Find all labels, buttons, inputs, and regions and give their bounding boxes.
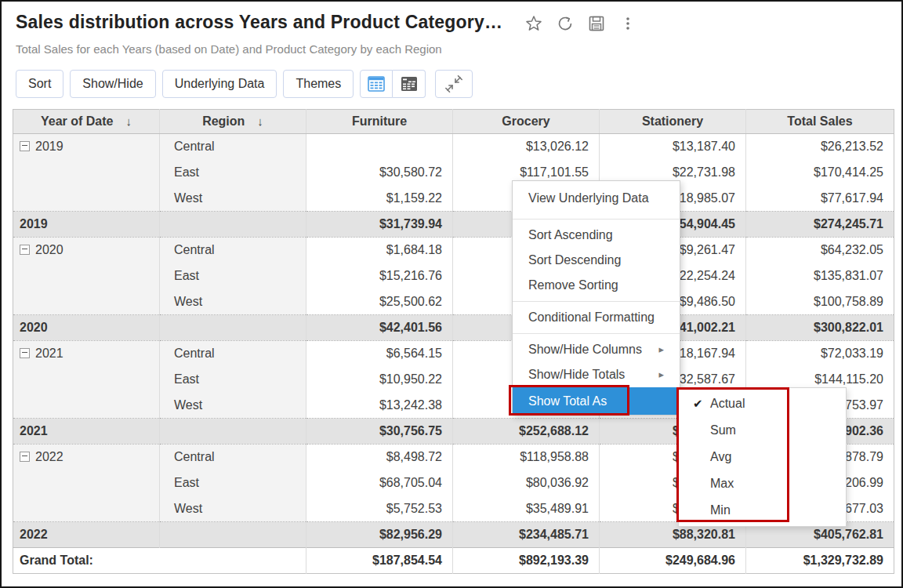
cell-year[interactable]	[13, 367, 160, 393]
cell-total-sales[interactable]: $64,232.05	[746, 238, 894, 263]
column-header-stationery[interactable]: Stationery	[600, 110, 746, 134]
sort-button[interactable]: Sort	[16, 70, 63, 98]
cell-year[interactable]	[13, 160, 160, 186]
collapse-group-icon[interactable]	[20, 141, 30, 151]
cell-year[interactable]: 2020	[13, 238, 160, 263]
column-header-furniture[interactable]: Furniture	[306, 110, 453, 134]
cell-grocery[interactable]: $252,688.12	[453, 419, 600, 445]
submenu-item-sum[interactable]: Sum	[679, 417, 846, 444]
menu-item-show-total-as[interactable]: Show Total As	[513, 387, 680, 415]
cell-total-sales[interactable]: $274,245.71	[746, 212, 894, 238]
cell-year[interactable]	[13, 186, 160, 212]
menu-item-sort-descending[interactable]: Sort Descending	[513, 248, 680, 273]
cell-furniture[interactable]: $10,950.22	[306, 367, 453, 393]
cell-region[interactable]: Central	[160, 341, 306, 367]
cell-furniture[interactable]: $1,159.22	[306, 186, 453, 212]
collapse-group-icon[interactable]	[20, 452, 30, 462]
save-icon[interactable]	[587, 14, 606, 33]
menu-item-conditional-formatting[interactable]: Conditional Formatting	[513, 305, 680, 330]
cell-region[interactable]	[160, 522, 306, 548]
cell-furniture[interactable]: $1,684.18	[306, 238, 453, 263]
cell-stationery[interactable]: $13,187.40	[600, 134, 746, 160]
cell-region[interactable]: East	[160, 263, 306, 289]
cell-total-sales[interactable]: $135,831.07	[746, 263, 894, 289]
cell-region[interactable]: East	[160, 160, 306, 186]
cell-furniture[interactable]: $15,216.76	[306, 263, 453, 289]
cell-year[interactable]: 2022	[13, 445, 160, 470]
sort-desc-icon[interactable]: ↓	[125, 114, 132, 128]
cell-grand-total-label[interactable]: Grand Total:	[13, 548, 306, 574]
menu-item-show-hide-totals[interactable]: Show/Hide Totals▸	[513, 362, 680, 387]
cell-furniture[interactable]: $30,580.72	[306, 160, 453, 186]
cell-total-sales[interactable]: $100,758.89	[746, 289, 894, 315]
cell-year[interactable]	[13, 289, 160, 315]
cell-total-sales[interactable]: $300,822.01	[746, 315, 894, 341]
cell-furniture[interactable]: $8,498.72	[306, 445, 453, 470]
show-hide-button[interactable]: Show/Hide	[70, 70, 155, 98]
submenu-item-avg[interactable]: Avg	[679, 444, 846, 470]
cell-region[interactable]: East	[160, 470, 306, 496]
cell-total-sales[interactable]: $26,213.52	[746, 134, 894, 160]
cell-year[interactable]	[13, 470, 160, 496]
column-header-grocery[interactable]: Grocery	[453, 110, 600, 134]
cell-furniture[interactable]: $30,756.75	[306, 419, 453, 445]
cell-total-sales[interactable]: $170,414.25	[746, 160, 894, 186]
cell-year[interactable]: 2019	[13, 134, 160, 160]
cell-furniture[interactable]: $42,401.56	[306, 315, 453, 341]
cell-region[interactable]: Central	[160, 445, 306, 470]
collapse-group-icon[interactable]	[20, 245, 30, 255]
cell-year[interactable]: 2019	[13, 212, 160, 238]
cell-furniture[interactable]: $5,752.53	[306, 496, 453, 522]
cell-region[interactable]: Central	[160, 238, 306, 263]
column-header-total-sales[interactable]: Total Sales	[746, 110, 894, 134]
cell-region[interactable]: West	[160, 496, 306, 522]
cell-furniture[interactable]: $25,500.62	[306, 289, 453, 315]
submenu-item-actual[interactable]: ✔Actual	[679, 390, 846, 417]
cell-stationery[interactable]: $249,684.96	[600, 548, 746, 574]
submenu-item-max[interactable]: Max	[679, 470, 846, 497]
submenu-item-min[interactable]: Min	[679, 497, 846, 524]
cell-furniture[interactable]: $13,242.38	[306, 393, 453, 419]
cell-grocery[interactable]: $80,036.92	[453, 470, 600, 496]
cell-year[interactable]: 2021	[13, 341, 160, 367]
themes-button[interactable]: Themes	[283, 70, 354, 98]
underlying-data-button[interactable]: Underlying Data	[162, 70, 277, 98]
menu-item-show-hide-columns[interactable]: Show/Hide Columns▸	[513, 337, 680, 362]
cell-total-sales[interactable]: $77,617.94	[746, 186, 894, 212]
cell-region[interactable]: East	[160, 367, 306, 393]
menu-item-view-underlying-data[interactable]: View Underlying Data	[513, 181, 680, 216]
cell-furniture[interactable]: $82,956.29	[306, 522, 453, 548]
cell-furniture[interactable]: $6,564.15	[306, 341, 453, 367]
table-view-icon[interactable]	[360, 70, 393, 98]
cell-furniture[interactable]: $187,854.54	[306, 548, 453, 574]
cell-grocery[interactable]: $35,489.91	[453, 496, 600, 522]
sort-desc-icon[interactable]: ↓	[257, 114, 263, 128]
cell-year[interactable]: 2020	[13, 315, 160, 341]
pivot-view-icon[interactable]	[393, 70, 426, 98]
more-options-icon[interactable]	[618, 14, 637, 33]
menu-item-sort-ascending[interactable]: Sort Ascending	[513, 223, 680, 248]
cell-year[interactable]	[13, 263, 160, 289]
cell-grocery[interactable]: $234,485.71	[453, 522, 600, 548]
cell-year[interactable]	[13, 496, 160, 522]
cell-year[interactable]	[13, 393, 160, 419]
collapse-group-icon[interactable]	[20, 348, 30, 358]
column-header-year[interactable]: Year of Date↓	[13, 110, 160, 134]
menu-item-remove-sorting[interactable]: Remove Sorting	[513, 273, 680, 298]
column-header-region[interactable]: Region↓	[160, 110, 306, 134]
cell-grocery[interactable]: $892,193.39	[453, 548, 600, 574]
star-icon[interactable]	[524, 14, 543, 33]
cell-grocery[interactable]: $13,026.12	[453, 134, 600, 160]
cell-region[interactable]	[160, 212, 306, 238]
cell-year[interactable]: 2021	[13, 419, 160, 445]
cell-total-sales[interactable]: $72,033.19	[746, 341, 894, 367]
collapse-icon[interactable]	[435, 70, 473, 98]
cell-furniture[interactable]: $68,705.04	[306, 470, 453, 496]
cell-total-sales[interactable]: $1,329,732.89	[746, 548, 894, 574]
cell-region[interactable]: West	[160, 393, 306, 419]
cell-grocery[interactable]: $118,958.88	[453, 445, 600, 470]
refresh-icon[interactable]	[556, 14, 575, 33]
cell-year[interactable]: 2022	[13, 522, 160, 548]
cell-region[interactable]	[160, 419, 306, 445]
cell-region[interactable]: West	[160, 289, 306, 315]
